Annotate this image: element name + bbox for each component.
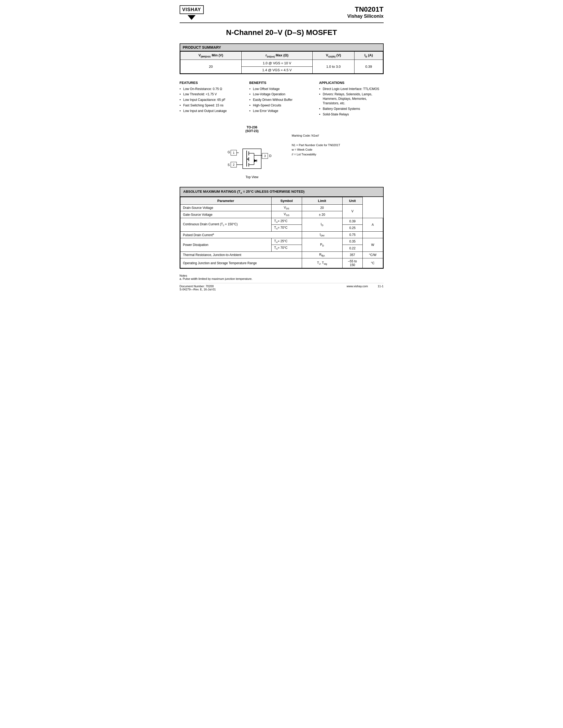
val-rds-row2: 1.4 @ VGS = 4.5 V	[241, 66, 313, 73]
marking-info: Marking Code: N1w// N1 = Part Number Cod…	[292, 133, 340, 157]
diagram-container: TO-236 (SOT-23) G S 1 2	[223, 125, 281, 179]
param-gate-source: Gate-Source Voltage	[180, 211, 271, 218]
application-item: Solid-State Relays	[319, 112, 383, 117]
unit-temp: °C	[363, 258, 383, 268]
marking-n1: N1 = Part Number Code for TN0201T	[292, 143, 340, 148]
param-id: Continuous Drain Current (TJ = 150°C)	[180, 218, 271, 231]
footer-right: www.vishay.com 11-1	[347, 285, 383, 291]
sym-pd: PD	[302, 238, 342, 251]
header-divider	[180, 23, 384, 23]
param-idm: Pulsed Drain Currenta	[180, 231, 302, 238]
table-row: Pulsed Drain Currenta IDM 0.75	[180, 231, 383, 238]
header-right: TN0201T Vishay Siliconix	[347, 5, 384, 19]
applications-col: APPLICATIONS Direct Logic-Level Interfac…	[319, 81, 383, 118]
marking-w: w = Week Code	[292, 147, 340, 152]
benefits-list: Low Offset Voltage Low-Voltage Operation…	[249, 87, 314, 113]
unit-idm	[363, 231, 383, 238]
doc-number: Document Number: 70200	[180, 285, 216, 288]
svg-text:S: S	[227, 163, 230, 167]
param-thermal: Thermal Resistance, Junction-to-Ambient	[180, 251, 302, 258]
ratings-col-limit: Limit	[302, 197, 342, 204]
svg-rect-8	[243, 149, 261, 169]
features-list: Low On-Resistance: 0.75 Ω Low Threshold:…	[180, 87, 244, 113]
ratings-header: ABSOLUTE MAXIMUM RATINGS (TA = 25°C UNLE…	[180, 187, 383, 197]
logo-container: VISHAY	[180, 5, 204, 20]
param-temp-range: Operating Junction and Storage Temperatu…	[180, 258, 302, 268]
main-title: N-Channel 20–V (D–S) MOSFET	[180, 28, 384, 37]
svg-text:3: 3	[264, 154, 266, 158]
sym-vgs: VGS	[271, 211, 302, 218]
benefits-col: BENEFITS Low Offset Voltage Low-Voltage …	[249, 81, 314, 118]
company-name: Vishay Siliconix	[347, 14, 384, 19]
sub-ta25-pd: TA= 25°C	[271, 238, 302, 245]
part-number: TN0201T	[347, 5, 384, 14]
col-id: ID (A)	[355, 52, 383, 60]
ratings-col-unit: Unit	[342, 197, 363, 204]
col-rdson: rDS(on) Max (Ω)	[241, 52, 313, 60]
lim-pd-25: 0.35	[342, 238, 363, 245]
unit-rthja: °C/W	[363, 251, 383, 258]
param-drain-source: Drain-Source Voltage	[180, 204, 271, 211]
svg-text:D: D	[269, 154, 271, 158]
application-item: Drivers: Relays, Solenoids, Lamps, Hamme…	[319, 92, 383, 105]
col-vgsth: VGS(th) (V)	[313, 52, 354, 60]
revision: S-04279—Rev. E, 16-Jul-01	[180, 288, 216, 291]
sub-ta25-id: TA= 25°C	[271, 218, 302, 224]
col-vbrdss: V(BR)DSS Min (V)	[180, 52, 241, 60]
benefits-title: BENEFITS	[249, 81, 314, 85]
notes-label: Notes	[180, 274, 384, 277]
val-rds-row1: 1.0 @ VGS = 10 V	[241, 60, 313, 66]
table-row: Power Dissipation TA= 25°C PD 0.35 W	[180, 238, 383, 245]
sub-ta70-pd: TA= 70°C	[271, 245, 302, 251]
benefit-item: Low-Voltage Operation	[249, 92, 314, 97]
unit-id: A	[363, 218, 383, 231]
product-summary-section: PRODUCT SUMMARY V(BR)DSS Min (V) rDS(on)…	[180, 43, 384, 74]
product-summary-table: V(BR)DSS Min (V) rDS(on) Max (Ω) VGS(th)…	[180, 51, 383, 74]
table-row: Operating Junction and Storage Temperatu…	[180, 258, 383, 268]
features-col: FEATURES Low On-Resistance: 0.75 Ω Low T…	[180, 81, 244, 118]
notes-section: Notes a. Pulse width limited by maximum …	[180, 274, 384, 280]
ratings-table: Parameter Symbol Limit Unit Drain-Source…	[180, 197, 383, 268]
table-row: Drain-Source Voltage VDS 20 V	[180, 204, 383, 211]
benefit-item: Easily Driven Without Buffer	[249, 98, 314, 102]
sym-rthja: RθjA	[302, 251, 342, 258]
val-vgsth: 1.0 to 3.0	[313, 60, 354, 73]
feature-item: Low On-Resistance: 0.75 Ω	[180, 87, 244, 91]
diagram-section: TO-236 (SOT-23) G S 1 2	[180, 125, 384, 179]
mosfet-diagram: G S 1 2	[223, 134, 281, 174]
feature-item: Fast Switching Speed: 15 ns	[180, 103, 244, 108]
sym-idm: IDM	[302, 231, 342, 238]
val-vbrdss: 20	[180, 60, 241, 73]
val-id: 0.39	[355, 60, 383, 73]
website: www.vishay.com	[347, 285, 368, 288]
marking-ll: // = Lot Traceability	[292, 152, 340, 157]
svg-text:G: G	[227, 150, 230, 154]
page-number: 11-1	[378, 285, 383, 288]
sym-temp: TJ, Tstg	[302, 258, 342, 268]
applications-list: Direct Logic-Level Interface: TTL/CMOS D…	[319, 87, 383, 117]
sym-id: ID	[302, 218, 342, 231]
lim-vds: 20	[302, 204, 342, 211]
page-footer: Document Number: 70200 S-04279—Rev. E, 1…	[180, 283, 384, 291]
ratings-section: ABSOLUTE MAXIMUM RATINGS (TA = 25°C UNLE…	[180, 187, 384, 269]
footer-left: Document Number: 70200 S-04279—Rev. E, 1…	[180, 285, 216, 291]
application-item: Battery Operated Systems	[319, 107, 383, 111]
lim-id-25: 0.39	[342, 218, 363, 224]
product-summary-title: PRODUCT SUMMARY	[180, 44, 383, 51]
lim-rthja: 357	[342, 251, 363, 258]
lim-pd-70: 0.22	[342, 245, 363, 251]
logo-box: VISHAY	[180, 5, 204, 14]
top-view-label: Top View	[245, 175, 258, 179]
logo-triangle	[187, 15, 195, 20]
feature-item: Low Input and Output Leakage	[180, 109, 244, 113]
note-a: a. Pulse width limited by maximum juncti…	[180, 277, 384, 280]
logo-text: VISHAY	[182, 7, 201, 12]
benefit-item: High-Speed Circuits	[249, 103, 314, 108]
feature-item: Low Input Capacitance: 65 pF	[180, 98, 244, 102]
package-label: TO-236 (SOT-23)	[245, 125, 258, 133]
marking-code: Marking Code: N1w//	[292, 133, 340, 138]
sub-ta70-id: TA= 70°C	[271, 225, 302, 231]
svg-text:1: 1	[233, 151, 234, 154]
features-benefits-apps: FEATURES Low On-Resistance: 0.75 Ω Low T…	[180, 81, 384, 118]
lim-id-70: 0.25	[342, 225, 363, 231]
